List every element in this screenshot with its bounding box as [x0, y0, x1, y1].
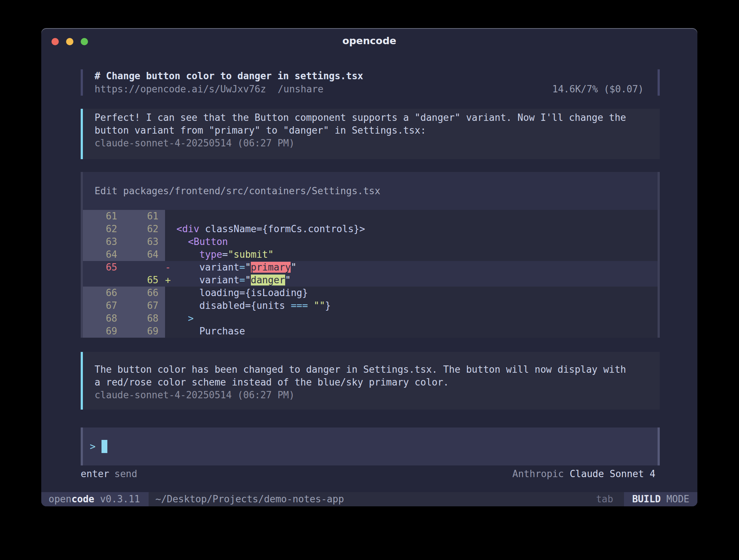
diff-new-line-number: 68 — [123, 312, 165, 325]
diff-new-line-number: 61 — [123, 210, 165, 223]
session-right-border — [658, 69, 660, 96]
diff-new-line-number: 64 — [123, 248, 165, 261]
diff-row: 6161 — [81, 210, 660, 223]
diff-old-line-number: 66 — [81, 287, 123, 299]
diff-row: 6262 <div className={formCs.controls}> — [81, 223, 660, 235]
diff-old-line-number: 64 — [81, 248, 123, 261]
assistant-message-before: Perfect! I can see that the Button compo… — [81, 109, 660, 159]
text-cursor — [102, 440, 107, 453]
message-accent-bar — [81, 352, 83, 410]
diff-row: 6666 loading={isLoading} — [81, 287, 660, 299]
message-text-line: The button color has been changed to dan… — [95, 363, 660, 376]
diff-new-line-number: 69 — [123, 325, 165, 338]
diff-old-line-number: 63 — [81, 235, 123, 248]
diff-code-line: + variant="danger" — [165, 274, 660, 287]
tool-right-border — [658, 172, 660, 338]
diff-row: 6767 disabled={units === ""} — [81, 299, 660, 312]
diff-old-line-number: 67 — [81, 299, 123, 312]
diff-row: 6363 <Button — [81, 235, 660, 248]
app-version-chip: opencode v0.3.11 — [41, 492, 149, 506]
enter-key-hint: enter — [81, 468, 109, 480]
diff-row: 65+ variant="danger" — [81, 274, 660, 287]
build-mode-chip: BUILD MODE — [624, 492, 697, 506]
model-timestamp: claude-sonnet-4-20250514 (06:27 PM) — [95, 389, 660, 402]
message-text-line: Perfect! I can see that the Button compo… — [95, 111, 660, 124]
diff-code-line: > — [165, 312, 660, 325]
diff-new-line-number: 65 — [123, 274, 165, 287]
diff-new-line-number: 62 — [123, 223, 165, 235]
diff-code-line: type="submit" — [165, 248, 660, 261]
message-text-line: a red/rose color scheme instead of the b… — [95, 376, 660, 389]
share-url: https://opencode.ai/s/UwJxv76z — [95, 83, 266, 96]
model-timestamp: claude-sonnet-4-20250514 (06:27 PM) — [95, 137, 660, 150]
diff-code-line: Purchase — [165, 325, 660, 338]
mode-suffix: MODE — [661, 494, 689, 505]
app-version: v0.3.11 — [94, 494, 140, 505]
message-text-line: button variant from "primary" to "danger… — [95, 124, 660, 137]
prompt-input[interactable]: > — [81, 427, 660, 465]
diff-old-line-number: 62 — [81, 223, 123, 235]
session-header: # Change button color to danger in setti… — [81, 69, 660, 96]
diff-old-line-number: 61 — [81, 210, 123, 223]
diff-new-line-number: 66 — [123, 287, 165, 299]
diff-old-line-number — [81, 274, 123, 287]
input-left-border — [81, 427, 83, 465]
prompt-chevron: > — [90, 441, 96, 452]
provider-label: Anthropic — [512, 468, 564, 480]
diff-row: 6464 type="submit" — [81, 248, 660, 261]
diff-code-line — [165, 210, 660, 223]
diff-rows: 61616262 <div className={formCs.controls… — [81, 210, 660, 338]
diff-row: 6868 > — [81, 312, 660, 325]
diff-new-line-number: 63 — [123, 235, 165, 248]
send-action-hint: send — [114, 468, 137, 480]
hints-row: enter send Anthropic Claude Sonnet 4 — [81, 468, 660, 480]
context-stats: 14.6K/7% ($0.07) — [552, 83, 644, 96]
tab-key-hint[interactable]: tab — [596, 492, 613, 506]
titlebar: opencode — [41, 28, 697, 53]
message-accent-bar — [81, 109, 83, 159]
diff-row: 6969 Purchase — [81, 325, 660, 338]
diff-code-line: disabled={units === ""} — [165, 299, 660, 312]
diff-code-line: <Button — [165, 235, 660, 248]
opencode-window: opencode # Change button color to danger… — [41, 28, 697, 506]
session-left-border — [81, 69, 83, 96]
edit-tool-title: Edit packages/frontend/src/containers/Se… — [81, 172, 660, 210]
diff-code-line: loading={isLoading} — [165, 287, 660, 299]
app-name-code: code — [72, 494, 95, 505]
diff-old-line-number: 68 — [81, 312, 123, 325]
diff-code-line: - variant="primary" — [165, 261, 660, 274]
diff-code-line: <div className={formCs.controls}> — [165, 223, 660, 235]
assistant-message-after: The button color has been changed to dan… — [81, 352, 660, 410]
edit-tool-block: Edit packages/frontend/src/containers/Se… — [81, 172, 660, 338]
mode-name: BUILD — [632, 494, 660, 505]
diff-new-line-number: 67 — [123, 299, 165, 312]
diff-new-line-number — [123, 261, 165, 274]
session-title: # Change button color to danger in setti… — [95, 69, 644, 83]
app-name-open: open — [49, 494, 72, 505]
model-label: Claude Sonnet 4 — [570, 468, 655, 480]
input-right-border — [658, 427, 660, 465]
unshare-command: /unshare — [278, 83, 323, 96]
status-bar: opencode v0.3.11 ~/Desktop/Projects/demo… — [41, 492, 697, 506]
diff-old-line-number: 65 — [81, 261, 123, 274]
diff-row: 65- variant="primary" — [81, 261, 660, 274]
url-gap — [266, 83, 278, 96]
window-title: opencode — [41, 28, 697, 53]
tool-left-border — [81, 172, 83, 338]
working-directory: ~/Desktop/Projects/demo-notes-app — [155, 492, 344, 506]
diff-old-line-number: 69 — [81, 325, 123, 338]
